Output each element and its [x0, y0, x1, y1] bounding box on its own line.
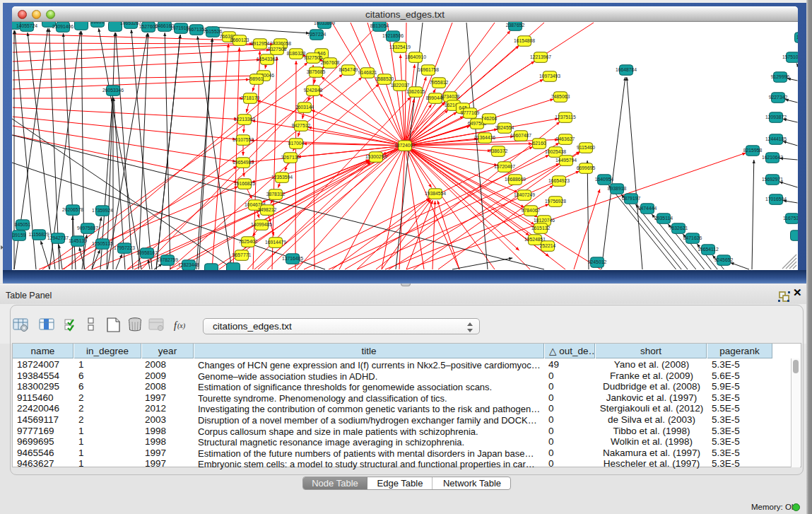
svg-text:10654112: 10654112 — [698, 247, 719, 252]
svg-text:8813054: 8813054 — [370, 23, 389, 28]
svg-text:98961: 98961 — [250, 76, 264, 81]
svg-text:10607487: 10607487 — [510, 133, 531, 138]
svg-text:9245012: 9245012 — [588, 259, 607, 264]
svg-text:12213363: 12213363 — [234, 117, 255, 122]
svg-text:7357224: 7357224 — [307, 32, 326, 37]
svg-text:8454749: 8454749 — [339, 67, 358, 72]
svg-text:9242848: 9242848 — [304, 88, 323, 93]
svg-text:18407249: 18407249 — [514, 192, 535, 197]
svg-text:13325419: 13325419 — [389, 45, 411, 49]
svg-text:7485063: 7485063 — [551, 94, 570, 99]
svg-text:19218506: 19218506 — [382, 33, 404, 38]
svg-text:14055724: 14055724 — [16, 23, 37, 28]
svg-text:10782759: 10782759 — [157, 257, 178, 262]
svg-text:12942737: 12942737 — [47, 235, 69, 240]
svg-text:8912954: 8912954 — [251, 41, 270, 46]
svg-text:39159: 39159 — [13, 233, 26, 238]
svg-text:21364436: 21364436 — [474, 135, 495, 140]
svg-text:1822037: 1822037 — [391, 83, 410, 88]
svg-text:6734028: 6734028 — [441, 94, 460, 99]
svg-text:19166825: 19166825 — [234, 181, 255, 186]
svg-text:8471626: 8471626 — [683, 235, 702, 240]
svg-text:9657771: 9657771 — [233, 252, 252, 257]
svg-text:9777169: 9777169 — [461, 110, 480, 115]
svg-text:817004: 817004 — [288, 141, 305, 146]
svg-text:7386372: 7386372 — [489, 148, 508, 153]
svg-text:12823448: 12823448 — [178, 262, 199, 267]
svg-text:10973493: 10973493 — [539, 74, 560, 78]
svg-text:12444185: 12444185 — [765, 136, 787, 141]
svg-text:16543362: 16543362 — [257, 57, 278, 62]
svg-text:252214: 252214 — [540, 243, 556, 248]
svg-text:9245652: 9245652 — [714, 257, 734, 262]
svg-text:9784067: 9784067 — [522, 208, 541, 213]
svg-text:9129996: 9129996 — [771, 74, 790, 79]
svg-text:19756928: 19756928 — [545, 199, 566, 204]
svg-text:16154808: 16154808 — [514, 38, 535, 43]
svg-text:10688609: 10688609 — [505, 177, 526, 182]
svg-text:2967608: 2967608 — [321, 60, 340, 65]
svg-text:16648784: 16648784 — [616, 67, 637, 72]
svg-text:16654923: 16654923 — [548, 178, 570, 183]
svg-text:845051: 845051 — [15, 222, 31, 227]
svg-text:3875685: 3875685 — [307, 69, 326, 74]
svg-text:15720407: 15720407 — [494, 164, 515, 169]
svg-text:10107553: 10107553 — [233, 137, 254, 142]
svg-text:9227342: 9227342 — [769, 95, 788, 100]
svg-text:17016504: 17016504 — [765, 197, 787, 201]
svg-text:10653267: 10653267 — [120, 22, 141, 25]
svg-text:17359924: 17359924 — [92, 208, 113, 213]
svg-text:7625402: 7625402 — [239, 239, 258, 244]
svg-text:16033809: 16033809 — [314, 22, 335, 25]
svg-text:9474444: 9474444 — [638, 206, 657, 211]
svg-text:1588520: 1588520 — [375, 76, 394, 81]
svg-text:10958167: 10958167 — [136, 250, 158, 255]
svg-text:2935114: 2935114 — [654, 216, 673, 221]
svg-text:1640954: 1640954 — [595, 177, 614, 182]
svg-text:7955812: 7955812 — [430, 80, 449, 85]
svg-text:746266: 746266 — [481, 116, 498, 121]
svg-text:15300293: 15300293 — [365, 154, 387, 159]
svg-text:12375115: 12375115 — [555, 115, 576, 119]
svg-text:6699695: 6699695 — [577, 165, 596, 170]
svg-text:8660123: 8660123 — [230, 37, 249, 42]
svg-text:1145139: 1145139 — [69, 238, 87, 243]
svg-text:3878312: 3878312 — [266, 192, 286, 197]
svg-text:18640910: 18640910 — [405, 54, 426, 59]
svg-text:10025438: 10025438 — [545, 149, 566, 154]
svg-text:2603144: 2603144 — [295, 105, 314, 110]
svg-text:11156829: 11156829 — [28, 232, 49, 237]
svg-text:1117: 1117 — [796, 35, 798, 40]
svg-text:16914479: 16914479 — [265, 240, 286, 245]
svg-text:12353594: 12353594 — [271, 175, 293, 180]
svg-text:18724007: 18724007 — [394, 143, 416, 148]
svg-text:15751074: 15751074 — [782, 54, 798, 59]
svg-text:8186328: 8186328 — [287, 51, 306, 56]
svg-text:12093872: 12093872 — [765, 115, 787, 119]
svg-text:8215958: 8215958 — [743, 148, 763, 153]
svg-text:20206578: 20206578 — [62, 207, 83, 212]
svg-text:8938918: 8938918 — [608, 186, 627, 191]
svg-text:15692971: 15692971 — [762, 177, 783, 182]
svg-text:6879197: 6879197 — [622, 196, 641, 201]
svg-text:2387652: 2387652 — [506, 23, 525, 28]
svg-text:9327505: 9327505 — [304, 55, 323, 60]
svg-text:62160: 62160 — [533, 141, 546, 146]
svg-text:90975887: 90975887 — [77, 226, 98, 230]
svg-text:2718170: 2718170 — [241, 95, 260, 100]
svg-text:13716485: 13716485 — [282, 256, 303, 261]
svg-text:8427512: 8427512 — [292, 123, 311, 128]
svg-text:3267130: 3267130 — [281, 155, 300, 160]
svg-text:12213967: 12213967 — [530, 54, 551, 59]
svg-text:17957223: 17957223 — [114, 245, 135, 250]
svg-text:7632621: 7632621 — [669, 226, 688, 230]
svg-text:19654983: 19654983 — [233, 160, 254, 165]
svg-text:(x): (x) — [177, 322, 186, 330]
svg-text:16961758: 16961758 — [418, 67, 439, 72]
svg-text:19384554: 19384554 — [425, 191, 446, 196]
svg-text:9463627: 9463627 — [556, 136, 575, 141]
svg-text:9327508: 9327508 — [268, 47, 287, 52]
svg-text:1362615: 1362615 — [406, 89, 425, 94]
svg-text:23091406: 23091406 — [52, 24, 73, 29]
svg-text:9115460: 9115460 — [577, 145, 595, 150]
